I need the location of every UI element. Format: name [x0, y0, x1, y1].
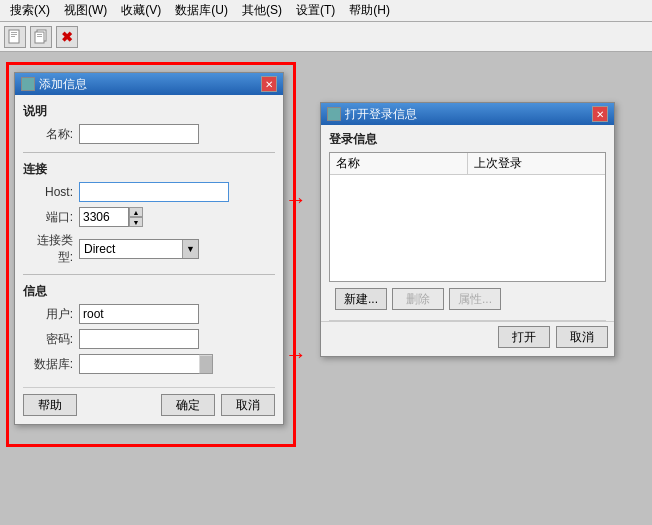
password-label: 密码: — [23, 331, 79, 348]
login-dialog-close[interactable]: ✕ — [592, 106, 608, 122]
new-button[interactable] — [4, 26, 26, 48]
name-label: 名称: — [23, 126, 79, 143]
user-input[interactable] — [79, 304, 199, 324]
section-info-header: 信息 — [23, 283, 275, 300]
section-desc-header: 说明 — [23, 103, 275, 120]
host-row: Host: — [23, 182, 275, 202]
user-label: 用户: — [23, 306, 79, 323]
user-row: 用户: — [23, 304, 275, 324]
menu-item-view[interactable]: 视图(W) — [58, 1, 113, 20]
port-label: 端口: — [23, 209, 79, 226]
copy-button[interactable] — [30, 26, 52, 48]
port-row: 端口: ▲ ▼ — [23, 207, 275, 227]
name-input[interactable] — [79, 124, 199, 144]
login-section-header: 登录信息 — [329, 131, 606, 148]
scrollbar-thumb — [200, 356, 212, 373]
login-rows-area — [330, 175, 605, 275]
cancel-button[interactable]: 取消 — [221, 394, 275, 416]
login-footer: 打开 取消 — [321, 321, 614, 356]
conn-type-label: 连接类型: — [23, 232, 79, 266]
help-button[interactable]: 帮助 — [23, 394, 77, 416]
password-input[interactable] — [79, 329, 199, 349]
ok-button[interactable]: 确定 — [161, 394, 215, 416]
add-dialog-content: 说明 名称: 连接 Host: 端口: ▲ ▼ — [15, 95, 283, 387]
menu-item-help[interactable]: 帮助(H) — [343, 1, 396, 20]
login-cancel-button[interactable]: 取消 — [556, 326, 608, 348]
database-scrollbar[interactable] — [199, 354, 213, 374]
menu-item-favorites[interactable]: 收藏(V) — [115, 1, 167, 20]
menu-item-database[interactable]: 数据库(U) — [169, 1, 234, 20]
svg-rect-1 — [11, 32, 17, 33]
svg-rect-3 — [11, 36, 15, 37]
login-list-area: 名称 上次登录 — [329, 152, 606, 282]
password-row: 密码: — [23, 329, 275, 349]
arrow-1: → — [285, 187, 307, 213]
login-dialog-titlebar: 打开登录信息 ✕ — [321, 103, 614, 125]
svg-rect-7 — [37, 36, 42, 37]
add-info-dialog: 添加信息 ✕ 说明 名称: 连接 Host: 端口: — [14, 72, 284, 425]
add-dialog-title: 添加信息 — [39, 76, 87, 93]
host-input[interactable] — [79, 182, 229, 202]
new-login-button[interactable]: 新建... — [335, 288, 387, 310]
menu-item-settings[interactable]: 设置(T) — [290, 1, 341, 20]
name-row: 名称: — [23, 124, 275, 144]
properties-button[interactable]: 属性... — [449, 288, 501, 310]
port-down-btn[interactable]: ▼ — [129, 217, 143, 227]
conn-type-arrow[interactable]: ▼ — [182, 240, 198, 258]
svg-rect-6 — [37, 34, 42, 35]
main-area: 添加信息 ✕ 说明 名称: 连接 Host: 端口: — [0, 52, 652, 525]
delete-button[interactable]: ✖ — [56, 26, 78, 48]
arrow-2: → — [285, 342, 307, 368]
toolbar: ✖ — [0, 22, 652, 52]
svg-rect-5 — [35, 32, 44, 43]
database-input-wrap — [79, 354, 213, 374]
menubar: 搜索(X) 视图(W) 收藏(V) 数据库(U) 其他(S) 设置(T) 帮助(… — [0, 0, 652, 22]
conn-type-row: 连接类型: Direct ▼ — [23, 232, 275, 266]
login-dialog-title: 打开登录信息 — [345, 106, 417, 123]
login-col-name-header: 名称 — [330, 153, 468, 174]
port-input-wrap: ▲ ▼ — [79, 207, 143, 227]
add-dialog-footer: 帮助 确定 取消 — [15, 388, 283, 424]
menu-item-other[interactable]: 其他(S) — [236, 1, 288, 20]
conn-type-value: Direct — [80, 242, 182, 256]
login-dialog-content: 登录信息 名称 上次登录 新建... 删除 属性... — [321, 125, 614, 320]
menu-item-search[interactable]: 搜索(X) — [4, 1, 56, 20]
host-label: Host: — [23, 185, 79, 199]
delete-login-button[interactable]: 删除 — [392, 288, 444, 310]
dialog-icon — [21, 77, 35, 91]
database-row: 数据库: — [23, 354, 275, 374]
section-connect-header: 连接 — [23, 161, 275, 178]
add-dialog-close[interactable]: ✕ — [261, 76, 277, 92]
database-input[interactable] — [79, 354, 199, 374]
port-input[interactable] — [79, 207, 129, 227]
conn-type-select[interactable]: Direct ▼ — [79, 239, 199, 259]
add-dialog-titlebar: 添加信息 ✕ — [15, 73, 283, 95]
login-btn-row: 新建... 删除 属性... — [329, 288, 606, 316]
divider-2 — [23, 274, 275, 275]
port-spinners: ▲ ▼ — [129, 207, 143, 227]
open-button[interactable]: 打开 — [498, 326, 550, 348]
login-dialog: 打开登录信息 ✕ 登录信息 名称 上次登录 新建... 删除 属性... 打开 — [320, 102, 615, 357]
login-dialog-icon — [327, 107, 341, 121]
login-header-row: 名称 上次登录 — [330, 153, 605, 175]
svg-rect-2 — [11, 34, 17, 35]
database-label: 数据库: — [23, 356, 79, 373]
port-up-btn[interactable]: ▲ — [129, 207, 143, 217]
login-col-date-header: 上次登录 — [468, 153, 606, 174]
divider-1 — [23, 152, 275, 153]
